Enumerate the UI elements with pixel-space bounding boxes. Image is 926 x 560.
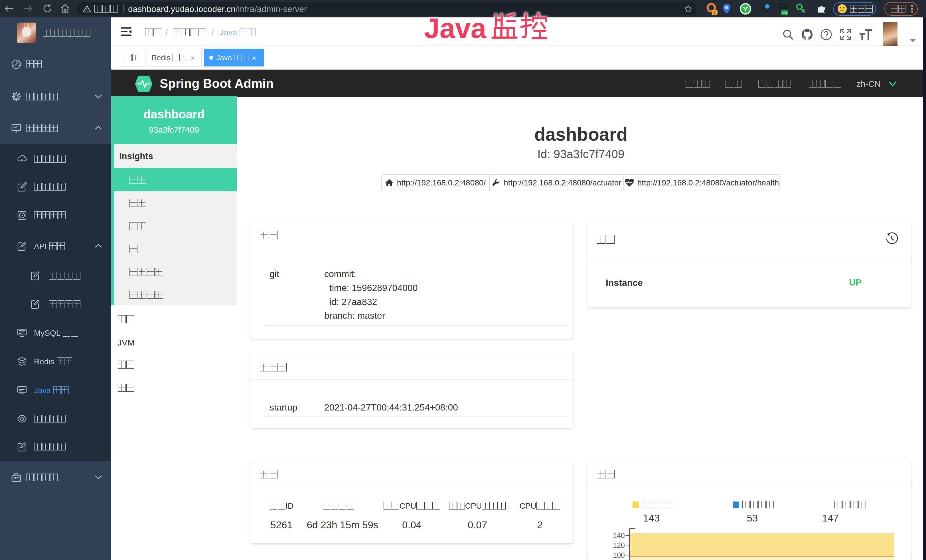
svg-text:on: on: [782, 11, 787, 15]
svg-text:1: 1: [714, 10, 716, 15]
